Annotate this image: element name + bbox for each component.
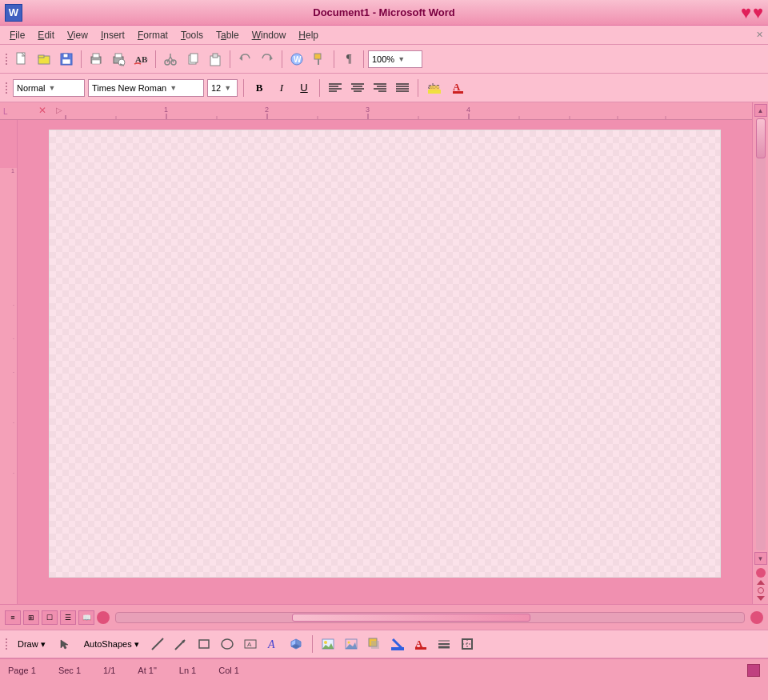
print-view-button[interactable]: ☐ <box>42 610 58 625</box>
insert-table-button[interactable]: W <box>286 49 307 70</box>
arrow-tool[interactable] <box>170 634 191 654</box>
menu-window[interactable]: Window <box>246 28 293 42</box>
align-right-button[interactable] <box>370 79 390 97</box>
wordart-button[interactable]: A <box>263 634 284 654</box>
zoom-value: 100% <box>372 54 394 64</box>
select-cursor-button[interactable] <box>54 634 76 654</box>
bold-button[interactable]: B <box>250 79 269 97</box>
menu-view[interactable]: View <box>61 28 94 42</box>
scroll-prev-page-button[interactable] <box>757 580 765 585</box>
menu-tools[interactable]: Tools <box>174 28 210 42</box>
toolbar1-handle[interactable] <box>3 54 10 65</box>
open-button[interactable] <box>34 49 54 70</box>
document-page[interactable] <box>49 130 721 578</box>
textbox-tool[interactable]: A <box>240 634 261 654</box>
menu-bar: File Edit View Insert Format Tools Table… <box>0 26 768 45</box>
outline-view-button[interactable]: ☰ <box>60 610 76 625</box>
horizontal-scroll-track[interactable] <box>115 612 745 623</box>
font-dropdown[interactable]: Times New Roman ▼ <box>88 79 204 97</box>
format-painter-button[interactable] <box>309 49 330 70</box>
line-tool[interactable] <box>147 634 168 654</box>
border-lines-button[interactable] <box>457 634 478 654</box>
app-icon: W <box>5 4 22 22</box>
scroll-select-button[interactable] <box>758 587 764 594</box>
font-color-button[interactable]: A <box>448 78 469 98</box>
sep4 <box>282 50 282 68</box>
draw-font-color-button[interactable]: A <box>410 634 431 654</box>
scroll-down-button[interactable]: ▼ <box>754 552 767 565</box>
rect-tool[interactable] <box>194 634 214 654</box>
italic-button[interactable]: I <box>272 79 291 97</box>
status-at: At 1" <box>138 666 156 675</box>
normal-view-button[interactable]: ≡ <box>5 610 21 625</box>
fmt-sep2 <box>319 79 320 97</box>
horizontal-scroll-thumb[interactable] <box>292 614 530 622</box>
print-button[interactable] <box>86 49 106 70</box>
justify-button[interactable] <box>393 79 412 97</box>
toolbar2-handle[interactable] <box>3 82 10 94</box>
print-preview-button[interactable] <box>108 49 129 70</box>
autoshapes-dropdown[interactable]: AutoShapes ▾ <box>78 634 145 654</box>
svg-rect-7 <box>93 54 99 58</box>
underline-button[interactable]: U <box>294 79 314 97</box>
web-view-button[interactable]: ⊞ <box>23 610 39 625</box>
menu-edit[interactable]: Edit <box>31 28 61 42</box>
line-style-button[interactable] <box>434 634 454 654</box>
svg-text:A: A <box>453 81 461 93</box>
3d-button[interactable] <box>286 634 307 654</box>
font-value: Times New Roman <box>92 83 166 93</box>
scroll-thumb[interactable] <box>756 118 766 158</box>
menu-table[interactable]: Table <box>210 28 246 42</box>
shadow-style-button[interactable] <box>364 634 385 654</box>
cut-button[interactable] <box>160 49 181 70</box>
save-button[interactable] <box>56 49 77 70</box>
svg-point-81 <box>324 641 327 644</box>
show-hide-button[interactable]: ¶ <box>338 49 359 70</box>
new-button[interactable] <box>11 49 32 70</box>
scroll-track[interactable] <box>756 118 766 550</box>
document-area[interactable] <box>18 120 752 604</box>
reading-view-button[interactable]: 📖 <box>78 610 94 625</box>
highlight-button[interactable]: abc <box>424 78 445 98</box>
page-surface[interactable] <box>49 130 721 578</box>
oval-tool[interactable] <box>217 634 238 654</box>
size-dropdown[interactable]: 12 ▼ <box>207 79 238 97</box>
draw-dropdown[interactable]: Draw ▾ <box>12 634 51 654</box>
undo-button[interactable] <box>234 49 255 70</box>
svg-text:W: W <box>294 55 302 64</box>
formatting-toolbar: Normal ▼ Times New Roman ▼ 12 ▼ B I U ab… <box>0 74 768 102</box>
sep3 <box>230 50 230 68</box>
clipart-button[interactable] <box>318 634 338 654</box>
align-left-button[interactable] <box>326 79 345 97</box>
v-ruler-ticks: 1 · · · · · <box>0 168 17 504</box>
scroll-next-page-button[interactable] <box>757 596 765 601</box>
paste-button[interactable] <box>205 49 226 70</box>
style-value: Normal <box>17 83 45 93</box>
hscroll-circle[interactable] <box>750 611 763 624</box>
view-circle-button[interactable] <box>97 611 110 624</box>
copy-button[interactable] <box>182 49 203 70</box>
draw-toolbar-handle[interactable] <box>3 638 10 650</box>
vertical-scrollbar: ▲ ▼ <box>752 102 768 604</box>
spelling-button[interactable]: ABC <box>130 49 151 70</box>
menu-close[interactable]: ✕ <box>756 30 763 40</box>
ruler-corner: L <box>0 102 18 120</box>
svg-line-69 <box>152 638 163 650</box>
svg-point-73 <box>222 639 233 649</box>
align-center-button[interactable] <box>348 79 367 97</box>
redo-button[interactable] <box>257 49 278 70</box>
menu-file[interactable]: File <box>3 28 31 42</box>
menu-help[interactable]: Help <box>292 28 325 42</box>
menu-format[interactable]: Format <box>131 28 174 42</box>
style-dropdown[interactable]: Normal ▼ <box>13 79 85 97</box>
line-color-button[interactable] <box>387 634 408 654</box>
content-area: ▷ ✕ 1 2 3 4 <box>18 102 752 604</box>
zoom-dropdown[interactable]: 100% ▼ <box>368 50 422 68</box>
svg-rect-2 <box>38 55 44 58</box>
scroll-circle-button[interactable] <box>756 568 766 578</box>
scroll-up-button[interactable]: ▲ <box>754 104 767 117</box>
svg-rect-27 <box>314 54 321 59</box>
insert-picture-button[interactable] <box>341 634 362 654</box>
sep5 <box>334 50 334 68</box>
menu-insert[interactable]: Insert <box>94 28 131 42</box>
